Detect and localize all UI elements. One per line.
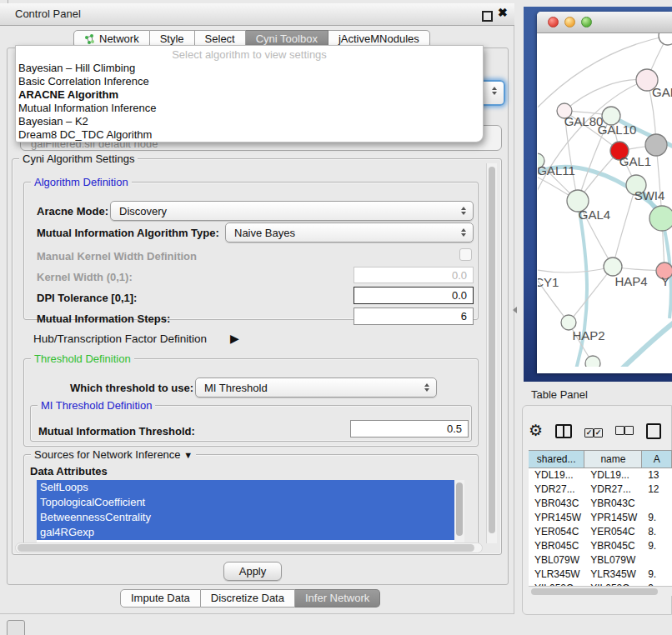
algorithm-dropdown-placeholder: Select algorithm to view settings [16, 46, 483, 62]
combo-stepper-icon [461, 207, 468, 215]
algorithm-dropdown-list: Bayesian – Hill ClimbingBasic Correlatio… [16, 62, 483, 142]
settings-horizontal-scrollbar[interactable] [15, 542, 483, 553]
algorithm-option[interactable]: ARACNE Algorithm [16, 88, 483, 102]
close-panel-icon[interactable]: ✖ [498, 6, 508, 19]
manual-kernel-width-checkbox[interactable] [459, 248, 472, 261]
node-table[interactable]: shared...nameA YDL19...YDL19...13YDR27..… [529, 450, 672, 587]
table-cell: YDL19... [584, 468, 642, 482]
node-label: GAL11 [538, 163, 575, 178]
table-row[interactable]: YBR045CYBR045C9. [529, 539, 672, 553]
table-cell: 9. [642, 539, 672, 553]
which-threshold-combobox[interactable]: MI Threshold [195, 378, 437, 398]
apply-button[interactable]: Apply [223, 562, 282, 581]
minimize-window-icon[interactable] [564, 17, 575, 28]
combo-stepper-icon [461, 228, 468, 237]
attribute-item[interactable]: gal4RGexp [37, 525, 454, 540]
split-pane-grip-icon[interactable] [513, 307, 517, 313]
table-row[interactable]: YDR27...YDR27...12 [529, 482, 672, 497]
table-row[interactable]: YPR145WYPR145W9. [529, 511, 672, 525]
tab-label: Impute Data [131, 590, 190, 607]
mi-algorithm-type-combobox[interactable]: Naive Bayes [225, 222, 474, 242]
column-header[interactable]: A [642, 451, 672, 468]
column-header[interactable]: name [584, 451, 642, 468]
network-edge[interactable] [569, 267, 613, 322]
table-horizontal-scrollbar[interactable] [529, 586, 672, 596]
attribute-item[interactable]: TopologicalCoefficient [37, 495, 454, 510]
table-row[interactable]: YER054CYER054C8. [529, 525, 672, 539]
algorithm-option[interactable]: Dream8 DC_TDC Algorithm [16, 128, 483, 142]
float-panel-icon[interactable] [482, 11, 493, 22]
zoom-window-icon[interactable] [581, 17, 592, 28]
docked-panel-icon[interactable] [7, 620, 25, 635]
table-settings-gear-icon[interactable]: ⚙ [529, 422, 543, 439]
control-panel-title: Control Panel [15, 8, 81, 20]
network-node-hap4[interactable] [604, 258, 622, 276]
table-cell: YBR045C [529, 539, 584, 553]
node-label: GAL1 [619, 154, 651, 168]
data-attributes-label: Data Attributes [30, 465, 108, 478]
hub-expand-arrow-icon[interactable]: ▶ [230, 332, 239, 345]
column-header[interactable]: shared... [529, 451, 584, 468]
dpi-tolerance-label: DPI Tolerance [0,1]: [37, 292, 137, 304]
data-attributes-list[interactable]: SelfLoopsTopologicalCoefficientBetweenne… [37, 480, 464, 544]
network-node[interactable] [659, 33, 672, 45]
table-cell: 12 [642, 482, 672, 497]
export-table-icon[interactable] [646, 423, 661, 439]
collapse-arrow-icon[interactable]: ▼ [183, 450, 193, 460]
kernel-width-field[interactable]: 0.0 [354, 267, 474, 283]
node-table-rows[interactable]: YDL19...YDL19...13YDR27...YDR27...12YBR0… [529, 468, 672, 587]
node-table-header[interactable]: shared...nameA [529, 451, 672, 468]
cyni-algorithm-settings-title: Cyni Algorithm Settings [19, 152, 138, 165]
settings-vertical-scrollbar[interactable] [486, 163, 497, 543]
dpi-tolerance-field[interactable]: 0.0 [354, 287, 474, 304]
deselect-all-columns-icon[interactable] [615, 423, 634, 438]
aracne-mode-value: Discovery [119, 205, 167, 218]
threshold-definition-title: Threshold Definition [31, 352, 134, 365]
table-row[interactable]: YDL19...YDL19...13 [529, 468, 672, 482]
table-cell [642, 497, 672, 511]
mi-threshold-field[interactable]: 0.5 [350, 420, 469, 438]
node-label: GCY1 [538, 275, 559, 289]
network-edge[interactable] [613, 185, 636, 267]
network-node[interactable] [585, 356, 600, 367]
algorithm-option[interactable]: Bayesian – K2 [16, 115, 483, 128]
show-columns-icon[interactable] [555, 424, 572, 438]
table-row[interactable]: YBR043CYBR043C [529, 497, 672, 511]
node-label: GAL7 [652, 85, 672, 99]
table-cell: YBR043C [584, 497, 642, 511]
aracne-mode-combobox[interactable]: Discovery [110, 201, 474, 221]
table-cell: YPR145W [584, 511, 642, 525]
network-edge[interactable] [617, 321, 672, 367]
select-all-columns-icon[interactable]: ✓✓ [584, 423, 603, 438]
network-graph[interactable]: GAL7GAL80GAL10GAL1GAL11GAL4SWI4GCY1HAP4Y… [538, 33, 672, 367]
manual-kernel-width-label: Manual Kernel Width Definition [37, 250, 197, 262]
tab-label: Infer Network [305, 590, 369, 607]
mi-threshold-value: 0.5 [447, 422, 462, 435]
tab-impute-data[interactable]: Impute Data [120, 589, 201, 608]
network-edge[interactable] [538, 267, 613, 272]
tab-infer-network[interactable]: Infer Network [295, 589, 380, 608]
mi-steps-field[interactable]: 6 [354, 308, 474, 325]
attribute-item[interactable]: SelfLoops [37, 480, 454, 495]
close-window-icon[interactable] [548, 17, 559, 28]
table-row[interactable]: YBL079WYBL079W [529, 553, 672, 568]
network-node[interactable] [645, 134, 667, 156]
network-canvas[interactable]: GAL7GAL80GAL10GAL1GAL11GAL4SWI4GCY1HAP4Y… [538, 33, 672, 367]
algorithm-option[interactable]: Mutual Information Inference [16, 102, 483, 115]
node-label: HAP2 [572, 328, 604, 342]
algorithm-dropdown-popup: Select algorithm to view settings Bayesi… [15, 45, 484, 142]
combo-stepper-icon [492, 87, 499, 95]
table-cell: YBL079W [584, 553, 642, 568]
aracne-mode-label: Aracne Mode: [37, 205, 108, 218]
algorithm-definition-title: Algorithm Definition [31, 176, 132, 188]
network-edge[interactable] [564, 79, 647, 111]
attributes-scrollbar[interactable] [454, 480, 464, 544]
table-cell: YLR345W [529, 568, 584, 582]
table-row[interactable]: YLR345WYLR345W9. [529, 568, 672, 582]
attribute-item[interactable]: BetweennessCentrality [37, 510, 454, 525]
algorithm-option[interactable]: Bayesian – Hill Climbing [16, 62, 483, 75]
mi-steps-label: Mutual Information Steps: [37, 312, 170, 325]
tab-discretize-data[interactable]: Discretize Data [201, 589, 295, 608]
algorithm-option[interactable]: Basic Correlation Inference [16, 75, 483, 88]
network-node-swi4[interactable] [649, 206, 672, 231]
